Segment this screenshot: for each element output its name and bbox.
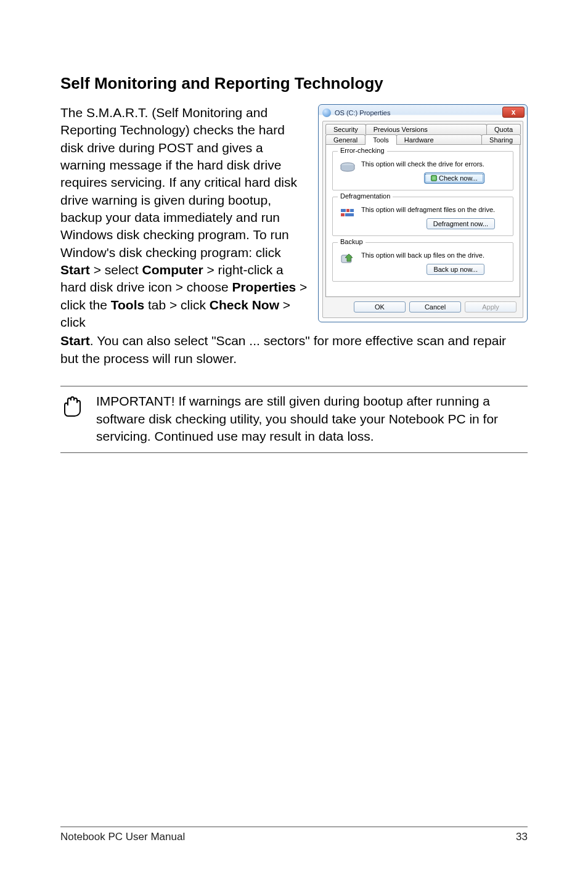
close-button[interactable]: x <box>502 107 525 118</box>
body-post: . You can also select "Scan ... sectors"… <box>60 333 506 365</box>
cancel-button[interactable]: Cancel <box>409 301 461 312</box>
section-heading: Self Monitoring and Reporting Technology <box>60 74 528 93</box>
tab-previous-versions[interactable]: Previous Versions <box>365 124 487 134</box>
drive-icon <box>322 108 331 117</box>
group-title-error: Error-checking <box>338 147 387 154</box>
group-backup: Backup This option will back up files on… <box>332 242 513 282</box>
defrag-icon <box>339 206 356 221</box>
defrag-text: This option will defragment files on the… <box>361 206 495 213</box>
tab-security[interactable]: Security <box>325 124 366 134</box>
kw-start-2: Start <box>60 333 90 348</box>
tab-quota[interactable]: Quota <box>486 124 521 134</box>
footer-left: Notebook PC User Manual <box>60 831 185 843</box>
backup-icon <box>339 251 356 266</box>
kw-properties: Properties <box>232 280 296 294</box>
back-up-now-button[interactable]: Back up now... <box>427 264 484 275</box>
group-defragmentation: Defragmentation This option will defragm… <box>332 197 513 236</box>
properties-dialog: OS (C:) Properties x Security Previous V… <box>318 104 528 322</box>
apply-button[interactable]: Apply <box>465 301 517 312</box>
error-text: This option will check the drive for err… <box>361 160 484 168</box>
svg-rect-2 <box>346 209 349 212</box>
important-callout: IMPORTANT! If warnings are still given d… <box>60 386 528 453</box>
tab-sharing[interactable]: Sharing <box>481 134 521 145</box>
disk-error-icon <box>339 160 356 175</box>
kw-checknow: Check Now <box>210 298 279 312</box>
dialog-titlebar: OS (C:) Properties x <box>319 105 527 121</box>
tab-tools[interactable]: Tools <box>365 134 397 145</box>
footer-page-number: 33 <box>516 831 528 843</box>
tab-hardware[interactable]: Hardware <box>396 134 482 145</box>
kw-start: Start <box>60 263 90 277</box>
group-title-defrag: Defragmentation <box>338 192 393 200</box>
group-error-checking: Error-checking This option will check th… <box>332 151 513 190</box>
body-continuation: Start. You can also select "Scan ... sec… <box>60 332 528 367</box>
group-title-backup: Backup <box>338 238 365 245</box>
kw-computer: Computer <box>142 263 203 277</box>
page-footer: Notebook PC User Manual 33 <box>60 827 528 843</box>
check-now-label: Check now... <box>439 174 478 182</box>
hand-stop-icon <box>60 394 85 419</box>
t1: > select <box>90 263 142 277</box>
svg-rect-5 <box>345 213 354 216</box>
ok-button[interactable]: OK <box>354 301 406 312</box>
svg-rect-3 <box>350 209 354 212</box>
svg-rect-4 <box>341 213 345 216</box>
dialog-title: OS (C:) Properties <box>335 109 390 116</box>
svg-rect-1 <box>341 209 346 212</box>
t4: tab > click <box>144 298 210 312</box>
defragment-now-button[interactable]: Defragment now... <box>427 218 495 229</box>
body-pre: The S.M.A.R.T. (Self Monitoring and Repo… <box>60 105 297 259</box>
check-now-button[interactable]: Check now... <box>424 173 484 184</box>
important-text: IMPORTANT! If warnings are still given d… <box>96 393 528 445</box>
tab-general[interactable]: General <box>325 134 365 145</box>
kw-tools: Tools <box>111 298 144 312</box>
body-text: The S.M.A.R.T. (Self Monitoring and Repo… <box>60 104 308 331</box>
backup-text: This option will back up files on the dr… <box>361 251 484 259</box>
shield-icon <box>431 175 437 181</box>
